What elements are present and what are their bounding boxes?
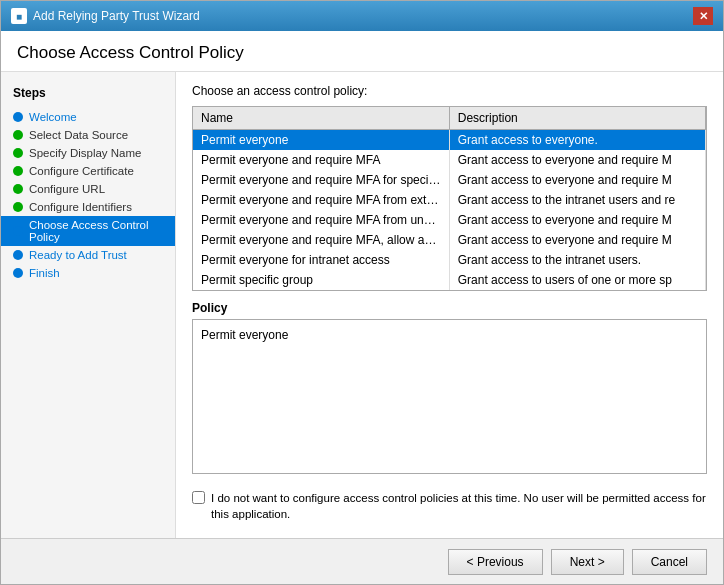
step-label-ready-to-add-trust: Ready to Add Trust [29,249,127,261]
wizard-icon: ■ [11,8,27,24]
step-dot-configure-certificate [13,166,23,176]
page-title: Choose Access Control Policy [17,43,707,63]
sidebar-item-ready-to-add-trust[interactable]: Ready to Add Trust [1,246,175,264]
policy-desc-cell: Grant access to everyone. [449,130,705,151]
sidebar-item-configure-identifiers[interactable]: Configure Identifiers [1,198,175,216]
cancel-button[interactable]: Cancel [632,549,707,575]
step-label-welcome: Welcome [29,111,77,123]
main-panel: Choose an access control policy: Name De… [176,72,723,538]
step-label-choose-access-control-policy: Choose Access Control Policy [29,219,163,243]
no-policy-row: I do not want to configure access contro… [192,482,707,526]
table-row[interactable]: Permit everyone and require MFAGrant acc… [193,150,706,170]
policy-name-cell: Permit everyone and require MFA [193,150,449,170]
step-label-configure-certificate: Configure Certificate [29,165,134,177]
policy-table-container: Name Description Permit everyoneGrant ac… [192,106,707,291]
footer: < Previous Next > Cancel [1,538,723,584]
sidebar-item-choose-access-control-policy[interactable]: Choose Access Control Policy [1,216,175,246]
step-dot-choose-access-control-policy [13,226,23,236]
table-row[interactable]: Permit everyoneGrant access to everyone. [193,130,706,151]
sidebar-item-configure-url[interactable]: Configure URL [1,180,175,198]
step-label-select-data-source: Select Data Source [29,129,128,141]
step-dot-welcome [13,112,23,122]
title-bar-left: ■ Add Relying Party Trust Wizard [11,8,200,24]
col-header-description: Description [449,107,705,130]
policy-desc-cell: Grant access to everyone and require M [449,150,705,170]
close-button[interactable]: ✕ [693,7,713,25]
table-row[interactable]: Permit everyone for intranet accessGrant… [193,250,706,270]
policy-table-body: Permit everyoneGrant access to everyone.… [193,130,706,291]
policy-section: Policy Permit everyone [192,301,707,482]
no-policy-label[interactable]: I do not want to configure access contro… [211,490,707,522]
horizontal-scrollbar[interactable]: ◀ ▶ [193,290,706,291]
table-row[interactable]: Permit everyone and require MFA from una… [193,210,706,230]
step-dot-finish [13,268,23,278]
step-dot-configure-identifiers [13,202,23,212]
policy-name-cell: Permit everyone [193,130,449,151]
no-policy-checkbox[interactable] [192,491,205,504]
step-label-configure-identifiers: Configure Identifiers [29,201,132,213]
step-dot-select-data-source [13,130,23,140]
sidebar-item-finish[interactable]: Finish [1,264,175,282]
title-bar: ■ Add Relying Party Trust Wizard ✕ [1,1,723,31]
table-row[interactable]: Permit everyone and require MFA from ext… [193,190,706,210]
sidebar-item-select-data-source[interactable]: Select Data Source [1,126,175,144]
page-title-bar: Choose Access Control Policy [1,31,723,72]
table-row[interactable]: Permit specific groupGrant access to use… [193,270,706,290]
policy-name-cell: Permit everyone and require MFA for spec… [193,170,449,190]
step-dot-configure-url [13,184,23,194]
policy-desc-cell: Grant access to everyone and require M [449,170,705,190]
step-label-finish: Finish [29,267,60,279]
previous-button[interactable]: < Previous [448,549,543,575]
policy-name-cell: Permit everyone for intranet access [193,250,449,270]
policy-name-cell: Permit specific group [193,270,449,290]
sidebar-title: Steps [1,82,175,108]
steps-list: WelcomeSelect Data SourceSpecify Display… [1,108,175,282]
policy-desc-cell: Grant access to users of one or more sp [449,270,705,290]
step-label-specify-display-name: Specify Display Name [29,147,141,159]
policy-table: Name Description Permit everyoneGrant ac… [193,107,706,290]
content-area: Steps WelcomeSelect Data SourceSpecify D… [1,72,723,538]
wizard-window: ■ Add Relying Party Trust Wizard ✕ Choos… [0,0,724,585]
policy-name-cell: Permit everyone and require MFA from una… [193,210,449,230]
sidebar: Steps WelcomeSelect Data SourceSpecify D… [1,72,176,538]
sidebar-item-configure-certificate[interactable]: Configure Certificate [1,162,175,180]
step-dot-ready-to-add-trust [13,250,23,260]
table-row[interactable]: Permit everyone and require MFA, allow a… [193,230,706,250]
step-dot-specify-display-name [13,148,23,158]
step-label-configure-url: Configure URL [29,183,105,195]
col-header-name: Name [193,107,449,130]
instruction-text: Choose an access control policy: [192,84,707,98]
policy-desc-cell: Grant access to everyone and require M [449,230,705,250]
policy-name-cell: Permit everyone and require MFA, allow a… [193,230,449,250]
table-row[interactable]: Permit everyone and require MFA for spec… [193,170,706,190]
table-header-row: Name Description [193,107,706,130]
policy-desc-cell: Grant access to everyone and require M [449,210,705,230]
next-button[interactable]: Next > [551,549,624,575]
policy-box: Permit everyone [192,319,707,474]
sidebar-item-welcome[interactable]: Welcome [1,108,175,126]
policy-name-cell: Permit everyone and require MFA from ext… [193,190,449,210]
sidebar-item-specify-display-name[interactable]: Specify Display Name [1,144,175,162]
policy-desc-cell: Grant access to the intranet users. [449,250,705,270]
policy-label: Policy [192,301,707,315]
window-title: Add Relying Party Trust Wizard [33,9,200,23]
policy-desc-cell: Grant access to the intranet users and r… [449,190,705,210]
